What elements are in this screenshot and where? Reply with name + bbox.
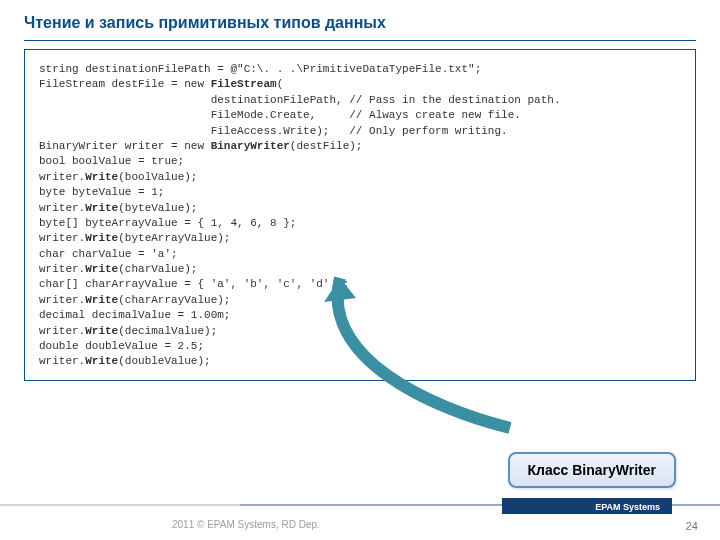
- code-line: writer.Write(boolValue);: [39, 170, 681, 185]
- footer-brand-text: EPAM Systems: [595, 502, 660, 512]
- footer-copyright: 2011 © EPAM Systems, RD Dep.: [172, 519, 320, 530]
- code-line: writer.Write(charArrayValue);: [39, 293, 681, 308]
- code-line: string destinationFilePath = @"C:\. . .\…: [39, 62, 681, 77]
- code-line: FileStream destFile = new FileStream(: [39, 77, 681, 92]
- code-line: bool boolValue = true;: [39, 154, 681, 169]
- code-line: byte[] byteArrayValue = { 1, 4, 6, 8 };: [39, 216, 681, 231]
- callout-binarywriter: Класс BinaryWriter: [508, 452, 676, 488]
- code-line: double doubleValue = 2.5;: [39, 339, 681, 354]
- code-line: FileAccess.Write); // Only perform writi…: [39, 124, 681, 139]
- code-box: string destinationFilePath = @"C:\. . .\…: [24, 49, 696, 381]
- title-underline: [24, 40, 696, 41]
- code-line: decimal decimalValue = 1.00m;: [39, 308, 681, 323]
- code-line: writer.Write(byteArrayValue);: [39, 231, 681, 246]
- code-line: char charValue = 'a';: [39, 247, 681, 262]
- code-line: writer.Write(decimalValue);: [39, 324, 681, 339]
- code-line: FileMode.Create, // Always create new fi…: [39, 108, 681, 123]
- code-line: writer.Write(charValue);: [39, 262, 681, 277]
- code-line: byte byteValue = 1;: [39, 185, 681, 200]
- code-line: BinaryWriter writer = new BinaryWriter(d…: [39, 139, 681, 154]
- code-line: writer.Write(doubleValue);: [39, 354, 681, 369]
- slide-title: Чтение и запись примитивных типов данных: [0, 0, 720, 36]
- code-line: char[] charArrayValue = { 'a', 'b', 'c',…: [39, 277, 681, 292]
- code-line: destinationFilePath, // Pass in the dest…: [39, 93, 681, 108]
- code-line: writer.Write(byteValue);: [39, 201, 681, 216]
- page-number: 24: [686, 520, 698, 532]
